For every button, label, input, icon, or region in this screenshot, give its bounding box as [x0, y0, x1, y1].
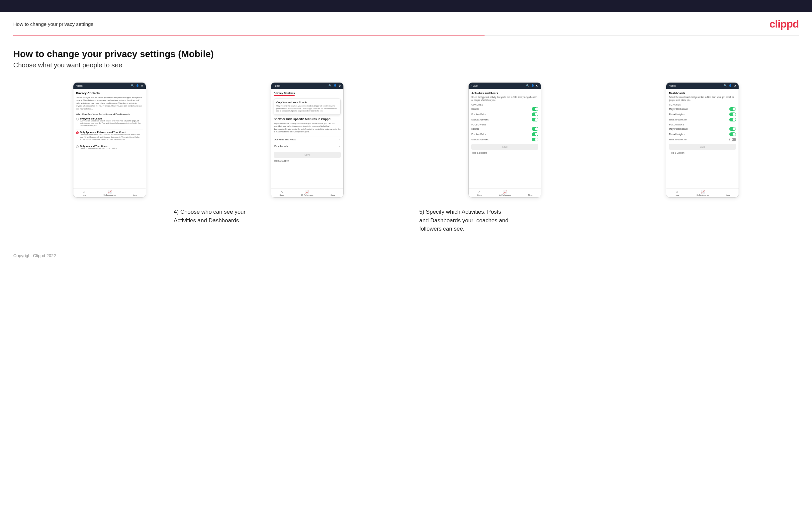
save-btn-2[interactable]: Save	[274, 152, 341, 158]
followers-manual-toggle[interactable]	[532, 138, 538, 142]
settings-icon-2[interactable]: ⚙	[339, 84, 341, 87]
main-content: How to change your privacy settings (Mob…	[0, 36, 812, 246]
phone-icons-1: 🔍 👤 ⚙	[131, 84, 143, 87]
show-hide-title: Show or hide specific features in Clippd	[274, 117, 341, 121]
menu-icon-1: ☰	[134, 190, 137, 194]
back-button-2[interactable]: ‹ Back	[274, 84, 280, 87]
coaches-drills-label: Practice Drills	[471, 113, 486, 115]
radio-title-approved: Only Approved Followers and Your Coach	[80, 131, 143, 133]
d-followers-round-toggle[interactable]	[729, 132, 736, 136]
save-btn-4[interactable]: Save	[669, 144, 736, 150]
followers-drills-toggle[interactable]	[532, 132, 538, 136]
menu-icon-2: ☰	[331, 190, 334, 194]
footer: Copyright Clippd 2022	[0, 246, 812, 265]
d-followers-player-row: Player Dashboard	[669, 127, 736, 131]
who-can-see-label: Who Can See Your Activities and Dashboar…	[76, 113, 143, 116]
search-icon-2[interactable]: 🔍	[328, 84, 332, 87]
phone-body-4: Dashboards Select the dashboards that yo…	[666, 89, 739, 188]
coaches-rounds-toggle[interactable]	[532, 107, 538, 111]
d-followers-work-row: What To Work On	[669, 138, 736, 142]
people-icon-3[interactable]: 👤	[531, 84, 535, 87]
dashboards-item[interactable]: Dashboards ›	[274, 143, 341, 149]
nav-home-label-2: Home	[280, 194, 284, 196]
d-followers-work-toggle[interactable]	[729, 138, 736, 142]
d-coaches-round-label: Round Insights	[669, 113, 684, 115]
nav-menu-1[interactable]: ☰ Menu	[133, 190, 137, 196]
phone-mockup-1: ‹ Back 🔍 👤 ⚙ Privacy Controls Control ho…	[73, 82, 146, 198]
nav-menu-label-2: Menu	[331, 194, 335, 196]
d-followers-player-toggle[interactable]	[729, 127, 736, 131]
settings-icon-1[interactable]: ⚙	[141, 84, 143, 87]
nav-performance-label-2: My Performance	[301, 194, 313, 196]
radio-option-approved[interactable]: Only Approved Followers and Your Coach O…	[76, 131, 143, 140]
activities-posts-item[interactable]: Activities and Posts ›	[274, 136, 341, 143]
people-icon-4[interactable]: 👤	[729, 84, 732, 87]
d-coaches-round-toggle[interactable]	[729, 112, 736, 116]
radio-text-approved: Only Approved Followers and Your Coach O…	[80, 131, 143, 140]
phone-body-3: Activities and Posts Select the types of…	[469, 89, 541, 188]
coaches-manual-label: Manual Activities	[471, 118, 489, 121]
back-button-4[interactable]: ‹ Back	[669, 84, 675, 87]
followers-manual-label: Manual Activities	[471, 138, 489, 141]
phone-icons-3: 🔍 👤 ⚙	[526, 84, 538, 87]
search-icon-3[interactable]: 🔍	[526, 84, 529, 87]
followers-drills-label: Practice Drills	[471, 133, 486, 135]
phone-mockup-4: ‹ Back 🔍 👤 ⚙ Dashboards Select the dashb…	[666, 82, 739, 198]
d-followers-round-label: Round Insights	[669, 133, 684, 135]
coaches-drills-toggle[interactable]	[532, 112, 538, 116]
dashboards-title: Dashboards	[669, 92, 736, 95]
save-btn-3[interactable]: Save	[471, 144, 538, 150]
followers-label-4: FOLLOWERS	[669, 123, 736, 126]
nav-home-1[interactable]: ⌂ Home	[82, 190, 86, 196]
show-hide-text: Regardless of the privacy controls that …	[274, 122, 341, 133]
radio-option-only-you[interactable]: Only You and Your Coach Only you and the…	[76, 145, 143, 150]
activities-posts-desc: Select the types of activity that you'd …	[471, 96, 538, 102]
nav-menu-3[interactable]: ☰ Menu	[528, 190, 533, 196]
nav-performance-4[interactable]: 📈 My Performance	[697, 190, 709, 196]
captions-row: 4) Choose who can see yourActivities and…	[13, 201, 799, 233]
nav-performance-3[interactable]: 📈 My Performance	[499, 190, 511, 196]
search-icon-4[interactable]: 🔍	[724, 84, 727, 87]
nav-performance-label-3: My Performance	[499, 194, 511, 196]
caption5-container: 5) Specify which Activities, Postsand Da…	[406, 201, 799, 233]
caption-step5: 5) Specify which Activities, Postsand Da…	[419, 208, 508, 233]
settings-icon-3[interactable]: ⚙	[536, 84, 538, 87]
page-title: How to change your privacy settings (Mob…	[13, 49, 799, 59]
help-support-2: Help & Support	[274, 158, 341, 164]
people-icon-1[interactable]: 👤	[136, 84, 139, 87]
people-icon-2[interactable]: 👤	[334, 84, 337, 87]
phone-topbar-2: ‹ Back 🔍 👤 ⚙	[271, 82, 343, 89]
home-icon-2: ⌂	[281, 190, 283, 194]
screen4-col: ‹ Back 🔍 👤 ⚙ Dashboards Select the dashb…	[606, 82, 799, 198]
radio-desc-everyone: Everyone on Clippd can search for you an…	[80, 120, 143, 127]
d-coaches-player-toggle[interactable]	[729, 107, 736, 111]
radio-circle-only-you	[76, 145, 79, 148]
copyright-text: Copyright Clippd 2022	[13, 253, 56, 258]
nav-home-3[interactable]: ⌂ Home	[477, 190, 481, 196]
coaches-label-4: COACHES	[669, 104, 736, 106]
followers-rounds-toggle[interactable]	[532, 127, 538, 131]
screen1-col: ‹ Back 🔍 👤 ⚙ Privacy Controls Control ho…	[13, 82, 206, 198]
popup-title-2: Only You and Your Coach	[276, 101, 338, 104]
privacy-tab-2[interactable]: Privacy Controls	[274, 92, 295, 96]
nav-home-2[interactable]: ⌂ Home	[280, 190, 284, 196]
phone-mockup-3: ‹ Back 🔍 👤 ⚙ Activities and Posts Select…	[468, 82, 541, 198]
settings-icon-4[interactable]: ⚙	[733, 84, 736, 87]
nav-home-label-3: Home	[477, 194, 481, 196]
coaches-manual-toggle[interactable]	[532, 118, 538, 121]
coaches-label-3: COACHES	[471, 104, 538, 106]
search-icon-1[interactable]: 🔍	[131, 84, 134, 87]
nav-performance-2[interactable]: 📈 My Performance	[301, 190, 313, 196]
d-coaches-work-toggle[interactable]	[729, 118, 736, 121]
nav-menu-2[interactable]: ☰ Menu	[331, 190, 335, 196]
followers-drills-row: Practice Drills	[471, 132, 538, 136]
nav-menu-4[interactable]: ☰ Menu	[726, 190, 730, 196]
radio-option-everyone[interactable]: Everyone on Clippd Everyone on Clippd ca…	[76, 117, 143, 127]
followers-label-3: FOLLOWERS	[471, 123, 538, 126]
nav-performance-1[interactable]: 📈 My Performance	[104, 190, 116, 196]
phone-body-1: Privacy Controls Control how you and you…	[73, 89, 146, 188]
nav-home-4[interactable]: ⌂ Home	[675, 190, 679, 196]
back-button-1[interactable]: ‹ Back	[76, 84, 83, 87]
back-button-3[interactable]: ‹ Back	[471, 84, 478, 87]
home-icon-3: ⌂	[478, 190, 480, 194]
